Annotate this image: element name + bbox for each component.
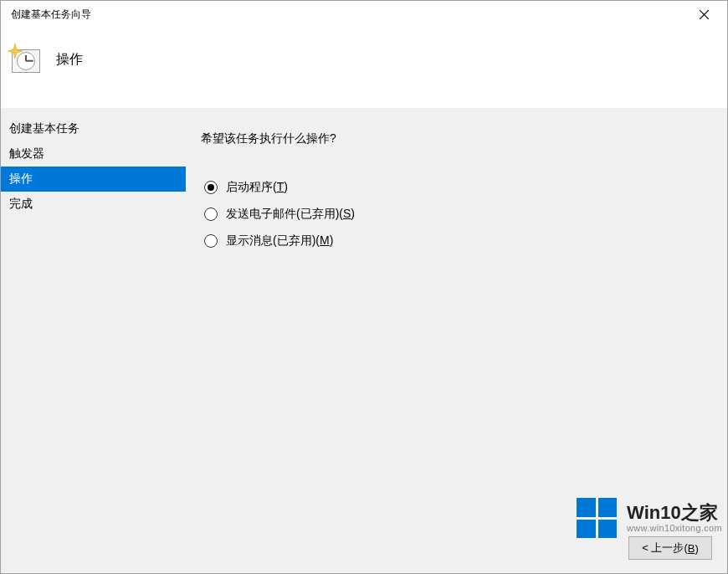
main-panel: 希望该任务执行什么操作? 启动程序(T) 发送电子邮件(已弃用)(S) 显示消息… bbox=[186, 108, 727, 573]
sidebar-item-action[interactable]: 操作 bbox=[1, 167, 186, 192]
prompt-text: 希望该任务执行什么操作? bbox=[201, 131, 712, 146]
wizard-sidebar: 创建基本任务 触发器 操作 完成 bbox=[1, 108, 186, 573]
sidebar-item-trigger[interactable]: 触发器 bbox=[1, 141, 186, 167]
watermark: Win10之家 www.win10xitong.com bbox=[577, 498, 722, 538]
radio-show-message[interactable]: 显示消息(已弃用)(M) bbox=[204, 233, 712, 249]
titlebar: 创建基本任务向导 bbox=[1, 1, 727, 28]
sparkle-icon bbox=[8, 44, 23, 59]
content-area: 创建基本任务 触发器 操作 完成 希望该任务执行什么操作? 启动程序(T) 发送… bbox=[1, 108, 727, 573]
radio-send-email[interactable]: 发送电子邮件(已弃用)(S) bbox=[204, 207, 712, 222]
radio-label: 启动程序(T) bbox=[226, 180, 288, 195]
watermark-text: Win10之家 www.win10xitong.com bbox=[627, 503, 722, 533]
windows-logo-icon bbox=[577, 498, 617, 538]
sidebar-item-create-task[interactable]: 创建基本任务 bbox=[1, 116, 186, 141]
header-banner: 操作 bbox=[1, 28, 727, 105]
close-button[interactable] bbox=[687, 3, 720, 26]
watermark-url: www.win10xitong.com bbox=[627, 523, 722, 533]
radio-icon bbox=[204, 208, 218, 221]
window-title: 创建基本任务向导 bbox=[8, 8, 687, 22]
page-title: 操作 bbox=[56, 44, 83, 69]
back-button[interactable]: < 上一步(B) bbox=[628, 536, 712, 560]
sidebar-item-finish[interactable]: 完成 bbox=[1, 192, 186, 217]
action-radio-group: 启动程序(T) 发送电子邮件(已弃用)(S) 显示消息(已弃用)(M) bbox=[201, 180, 712, 249]
close-icon bbox=[700, 10, 709, 19]
clock-icon bbox=[11, 44, 41, 74]
watermark-brand: Win10之家 bbox=[627, 503, 722, 523]
radio-label: 显示消息(已弃用)(M) bbox=[226, 233, 333, 249]
radio-icon bbox=[204, 181, 218, 194]
radio-icon bbox=[204, 234, 218, 248]
radio-label: 发送电子邮件(已弃用)(S) bbox=[226, 207, 355, 222]
radio-start-program[interactable]: 启动程序(T) bbox=[204, 180, 712, 195]
wizard-buttons: < 上一步(B) bbox=[628, 536, 712, 560]
